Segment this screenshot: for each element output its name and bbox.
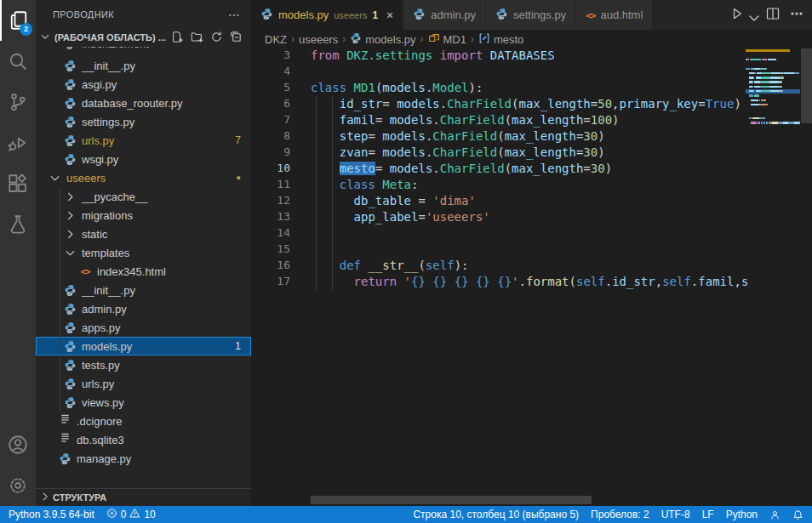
tree-item-admin-py[interactable]: admin.py — [36, 299, 251, 318]
warning-icon — [129, 508, 140, 521]
feedback-icon[interactable] — [769, 509, 781, 520]
workspace-section-header[interactable]: (РАБОЧАЯ ОБЛАСТЬ) ... — [36, 28, 251, 47]
tree-item-migrations[interactable]: migrations — [36, 206, 251, 225]
eol-item[interactable]: LF — [702, 509, 714, 520]
vertical-scrollbar[interactable] — [801, 48, 812, 123]
breadcrumb-item-MD1[interactable]: MD1 — [428, 32, 466, 47]
activity-search-icon[interactable] — [0, 41, 36, 82]
tree-item-views-py[interactable]: views.py — [36, 393, 251, 412]
tree-item-inner: templates — [36, 243, 251, 262]
more-actions-icon[interactable] — [790, 7, 803, 23]
code-line-3[interactable]: 3from DKZ.settings import DATABASES — [251, 48, 812, 65]
code-line-16[interactable]: 16 def __str__(self): — [251, 259, 812, 275]
code-line-13[interactable]: 13 app_label='useeers' — [251, 210, 812, 226]
minimap-block — [763, 117, 765, 119]
new-file-icon[interactable] — [171, 31, 184, 45]
indentation-item[interactable]: Пробелов: 2 — [591, 509, 649, 520]
tree-item--pycache-[interactable]: __pycache__ — [36, 187, 251, 206]
chevron-down-icon — [63, 246, 77, 259]
code-line-11[interactable]: 11 class Meta: — [251, 178, 812, 194]
new-folder-icon[interactable] — [191, 31, 203, 45]
workspace-section-label: (РАБОЧАЯ ОБЛАСТЬ) ... — [54, 32, 169, 43]
tree-item-urls-py[interactable]: urls.py — [36, 374, 251, 393]
python-icon — [63, 358, 77, 372]
collapse-all-icon[interactable] — [230, 31, 243, 45]
activity-run-debug-icon[interactable] — [0, 122, 36, 163]
line-number: 7 — [251, 113, 290, 129]
close-icon[interactable]: × — [386, 9, 393, 21]
tree-item-database-roouter-py[interactable]: database_roouter.py — [36, 94, 251, 112]
tree-item-apps-py[interactable]: apps.py — [36, 318, 251, 337]
activity-settings-gear-icon[interactable] — [0, 465, 36, 506]
horizontal-scrollbar[interactable] — [311, 496, 592, 504]
tree-item-templates[interactable]: templates — [36, 243, 251, 262]
activity-account-icon[interactable] — [0, 424, 36, 465]
encoding-item[interactable]: UTF-8 — [661, 509, 690, 520]
tree-item-clipped[interactable]: indexElement — [36, 47, 251, 56]
outline-section-header[interactable]: СТРУКТУРА — [36, 488, 251, 506]
language-mode-item[interactable]: Python — [726, 509, 758, 520]
tab-models-py[interactable]: models.pyuseeers1× — [251, 0, 403, 30]
code-line-15[interactable]: 15 — [251, 242, 812, 259]
breadcrumb-item-mesto[interactable]: mesto — [478, 32, 523, 47]
activity-testing-icon[interactable] — [0, 204, 36, 245]
refresh-icon[interactable] — [210, 31, 223, 45]
tree-item-asgi-py[interactable]: asgi.py — [36, 75, 251, 94]
tree-item-settings-py[interactable]: settings.py — [36, 112, 251, 131]
tree-item-db-sqlite3[interactable]: db.sqlite3 — [36, 430, 251, 449]
code-line-5[interactable]: 5class MD1(models.Model): — [251, 81, 812, 97]
tree-item-inner: tests.py — [36, 355, 251, 374]
tab-label: admin.py — [431, 9, 476, 21]
notifications-bell-icon[interactable] — [792, 509, 803, 520]
tree-item-label: templates — [82, 247, 251, 259]
run-button[interactable] — [730, 7, 744, 23]
breadcrumb-item-useeers[interactable]: useeers — [299, 33, 338, 46]
code-line-8[interactable]: 8 step= models.CharField(max_length=30) — [251, 129, 812, 145]
breadcrumb-label: MD1 — [443, 33, 466, 46]
tab-aud-html[interactable]: <>aud.html — [576, 0, 653, 30]
tab-admin-py[interactable]: admin.py — [403, 0, 486, 30]
breadcrumb-item-DKZ[interactable]: DKZ — [265, 33, 287, 46]
tree-item-urls-py[interactable]: urls.py7 — [36, 131, 251, 150]
python-icon — [63, 152, 77, 166]
code-line-7[interactable]: 7 famil= models.CharField(max_length=100… — [251, 113, 812, 129]
tree-item-manage-py[interactable]: manage.py — [36, 449, 251, 468]
outline-section-label: СТРУКТУРА — [53, 492, 106, 503]
line-number: 16 — [251, 259, 290, 275]
activity-extensions-icon[interactable] — [0, 163, 36, 204]
tree-item--dcignore[interactable]: .dcignore — [36, 412, 251, 430]
tab-settings-py[interactable]: settings.py — [486, 0, 576, 30]
breadcrumb: DKZ›useeers›models.py›MD1›mesto — [251, 30, 812, 48]
activity-source-control-icon[interactable] — [0, 82, 36, 122]
run-dropdown-icon[interactable] — [747, 11, 756, 20]
tree-item-wsgi-py[interactable]: wsgi.py — [36, 150, 251, 168]
code-line-12[interactable]: 12 db_table = 'dima' — [251, 194, 812, 210]
activity-explorer-icon[interactable]: 2 — [0, 0, 36, 41]
tree-item-useeers[interactable]: useeers● — [36, 168, 251, 187]
minimap-block — [760, 104, 768, 105]
code-line-10[interactable]: 10 mesto= models.CharField(max_length=30… — [251, 162, 812, 178]
breadcrumb-item-models-py[interactable]: models.py — [350, 32, 415, 47]
explorer-more-icon[interactable]: ⋯ — [228, 8, 241, 21]
tree-item-label: models.py — [82, 340, 235, 353]
cursor-position-item[interactable]: Строка 10, столбец 10 (выбрано 5) — [413, 509, 579, 520]
tree-item--init-py[interactable]: __init__.py — [36, 56, 251, 75]
minimap[interactable] — [746, 48, 800, 506]
code-line-6[interactable]: 6 id_str= models.CharField(max_length=50… — [251, 97, 812, 113]
tree-item-static[interactable]: static — [36, 225, 251, 243]
tree-item-models-py[interactable]: models.py1 — [36, 337, 251, 355]
code-line-17[interactable]: 17 return '{} {} {} {} {}'.format(self.i… — [251, 275, 812, 291]
tree-item--init-py[interactable]: __init__.py — [36, 281, 251, 299]
python-icon — [260, 8, 273, 23]
problems-item[interactable]: 010 — [106, 508, 156, 521]
python-interpreter-item[interactable]: Python 3.9.5 64-bit — [9, 509, 94, 520]
line-number: 8 — [251, 129, 290, 145]
tree-item-tests-py[interactable]: tests.py — [36, 355, 251, 374]
tree-item-index345-html[interactable]: <>index345.html — [36, 262, 251, 281]
code-line-9[interactable]: 9 zvan= models.CharField(max_length=30) — [251, 145, 812, 162]
code-editor[interactable]: 3from DKZ.settings import DATABASES45cla… — [251, 48, 812, 506]
code-line-14[interactable]: 14 — [251, 226, 812, 242]
file-icon — [58, 414, 71, 428]
code-line-4[interactable]: 4 — [251, 65, 812, 81]
split-editor-icon[interactable] — [766, 7, 780, 23]
